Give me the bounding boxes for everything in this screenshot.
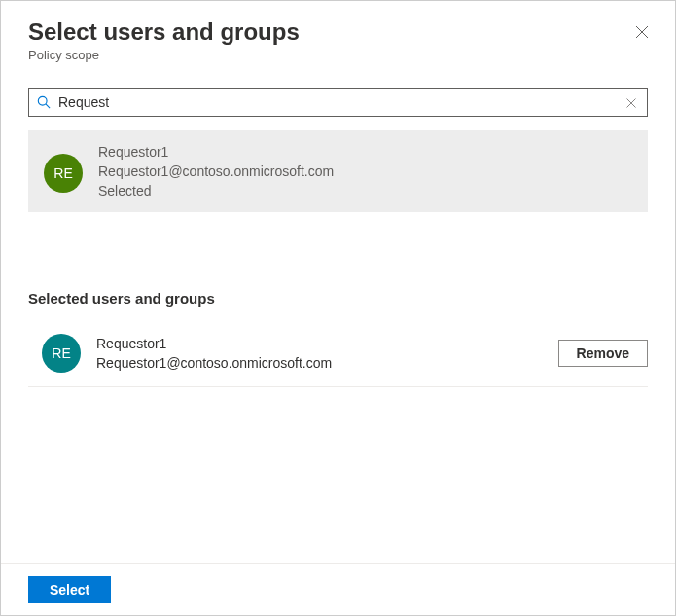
avatar: RE — [42, 334, 81, 373]
result-info: Requestor1 Requestor1@contoso.onmicrosof… — [98, 144, 334, 199]
result-name: Requestor1 — [98, 144, 334, 160]
panel-subtitle: Policy scope — [28, 48, 648, 62]
clear-icon — [625, 97, 637, 109]
remove-button[interactable]: Remove — [558, 340, 648, 367]
selected-section-heading: Selected users and groups — [28, 290, 663, 307]
close-icon — [634, 24, 650, 40]
selected-info: Requestor1 Requestor1@contoso.onmicrosof… — [96, 336, 543, 371]
result-status: Selected — [98, 183, 334, 199]
search-box[interactable] — [28, 88, 648, 117]
search-result-item[interactable]: RE Requestor1 Requestor1@contoso.onmicro… — [28, 130, 648, 212]
search-input[interactable] — [58, 94, 618, 110]
search-icon — [37, 95, 51, 109]
panel-content: RE Requestor1 Requestor1@contoso.onmicro… — [1, 72, 675, 563]
clear-search-button[interactable] — [625, 95, 639, 109]
select-button[interactable]: Select — [28, 576, 111, 603]
close-button[interactable] — [632, 22, 652, 42]
selected-list-item: RE Requestor1 Requestor1@contoso.onmicro… — [28, 324, 648, 387]
selected-email: Requestor1@contoso.onmicrosoft.com — [96, 355, 543, 371]
avatar: RE — [44, 154, 83, 193]
svg-line-3 — [46, 104, 50, 108]
svg-point-2 — [38, 96, 47, 105]
panel-footer: Select — [1, 563, 675, 615]
result-email: Requestor1@contoso.onmicrosoft.com — [98, 163, 334, 179]
panel-header: Select users and groups Policy scope — [1, 1, 675, 72]
panel-title: Select users and groups — [28, 18, 648, 46]
selected-name: Requestor1 — [96, 336, 543, 351]
